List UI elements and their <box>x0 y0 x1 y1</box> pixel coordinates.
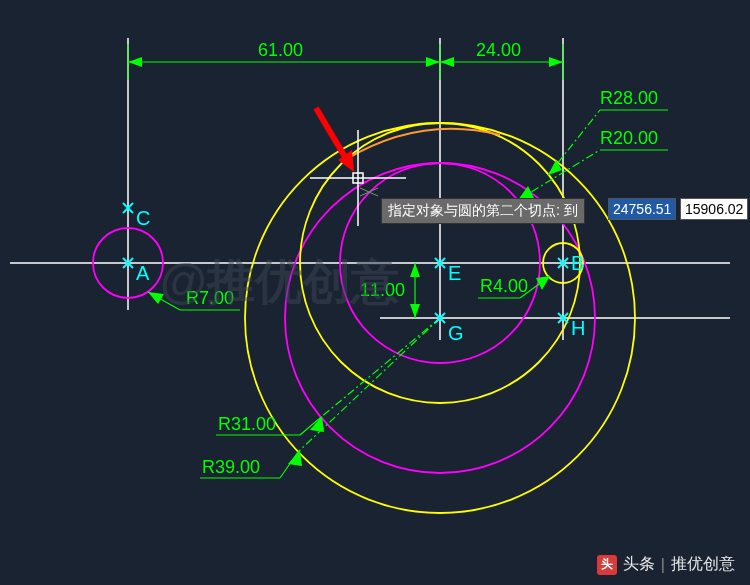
coord-input-y[interactable]: 15906.02 <box>680 198 748 220</box>
svg-marker-2 <box>426 57 440 67</box>
svg-line-58 <box>316 108 348 162</box>
snap-marker <box>360 188 378 196</box>
leader-r31: R31.00 <box>216 318 440 435</box>
svg-line-31 <box>320 318 440 418</box>
command-tooltip: 指定对象与圆的第二个切点: 到 <box>381 198 585 224</box>
label-G: G <box>448 322 464 344</box>
svg-text:R20.00: R20.00 <box>600 128 658 148</box>
svg-marker-13 <box>410 304 420 318</box>
svg-marker-17 <box>548 160 562 175</box>
dim-61: 61.00 <box>128 40 440 80</box>
svg-line-36 <box>298 318 440 452</box>
svg-marker-25 <box>148 292 164 304</box>
svg-marker-7 <box>440 57 454 67</box>
svg-text:R31.00: R31.00 <box>218 414 276 434</box>
label-B: B <box>571 252 584 274</box>
label-E: E <box>448 262 461 284</box>
dim-24: 24.00 <box>440 40 563 80</box>
svg-marker-12 <box>410 263 420 277</box>
leader-r4: R4.00 <box>478 276 550 298</box>
svg-text:11.00: 11.00 <box>360 280 405 300</box>
footer-name: 推优创意 <box>671 554 735 575</box>
dim-11: 11.00 <box>360 263 420 318</box>
arc-tangent <box>345 129 500 160</box>
svg-text:R4.00: R4.00 <box>480 276 528 296</box>
leader-r20: R20.00 <box>518 128 668 200</box>
label-C: C <box>136 207 150 229</box>
cad-canvas[interactable]: 61.00 24.00 11.00 R28.00 R20.00 R7.00 <box>0 0 750 585</box>
footer-brand: 头 头条 | 推优创意 <box>597 554 735 575</box>
svg-text:24.00: 24.00 <box>476 40 521 60</box>
svg-marker-8 <box>549 57 563 67</box>
coord-input-x[interactable]: 24756.51 <box>608 198 676 220</box>
svg-marker-39 <box>288 450 302 466</box>
footer-icon: 头 <box>597 555 617 575</box>
footer-prefix: 头条 <box>623 554 655 575</box>
label-A: A <box>136 262 150 284</box>
svg-text:R39.00: R39.00 <box>202 457 260 477</box>
svg-text:R28.00: R28.00 <box>600 88 658 108</box>
leader-r7: R7.00 <box>148 288 240 310</box>
svg-text:61.00: 61.00 <box>258 40 303 60</box>
svg-marker-1 <box>128 57 142 67</box>
svg-text:R7.00: R7.00 <box>186 288 234 308</box>
label-H: H <box>571 317 585 339</box>
